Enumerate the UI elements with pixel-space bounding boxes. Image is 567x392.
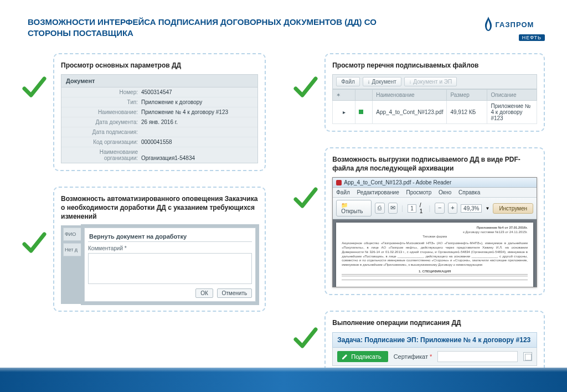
footer-bar xyxy=(0,368,567,392)
panel-caption: Выполнение операции подписания ДД xyxy=(332,318,537,327)
check-icon xyxy=(293,326,318,350)
cert-label: Сертификат * xyxy=(394,353,432,360)
check-icon xyxy=(293,186,318,210)
check-icon xyxy=(293,75,318,100)
brand-name: ГАЗПРОМ xyxy=(495,20,534,29)
status-icon xyxy=(359,110,363,114)
files-table: ✶ Наименование Размер Описание ▸ App_4_t… xyxy=(332,89,537,124)
window-titlebar: App_4_to_Cont_N#123.pdf - Adobe Reader xyxy=(333,178,537,188)
files-toolbar: Файл ↓ Документ ↓ Документ и ЭП xyxy=(332,74,537,89)
menu-view[interactable]: Просмотр xyxy=(406,189,432,195)
page-input[interactable]: 1 xyxy=(408,204,416,213)
zoom-out-icon[interactable]: − xyxy=(435,203,444,214)
tab-file[interactable]: Файл xyxy=(336,77,360,86)
table-row[interactable]: ▸ App_4_to_Cont_N#123.pdf 49,912 КБ Прил… xyxy=(333,100,537,123)
menu-help[interactable]: Справка xyxy=(458,189,480,195)
copy-icon[interactable] xyxy=(523,352,532,361)
pdf-reader-window: App_4_to_Cont_N#123.pdf - Adobe Reader Ф… xyxy=(332,177,537,287)
panel-pdf-export: Возможность выгрузки подписываемого ДД в… xyxy=(324,147,545,296)
check-icon xyxy=(22,231,47,255)
zoom-in-icon[interactable]: + xyxy=(448,203,457,214)
pdf-toolbar: Открыть ⎙ ✉ │ 1 / 1 │ − + 49,3% ▼ Инстру… xyxy=(333,198,537,219)
panel-caption: Просмотр основных параметров ДД xyxy=(61,61,258,70)
panel-caption: Просмотр перечня подписываемых файлов xyxy=(332,61,537,70)
pen-icon xyxy=(342,353,348,360)
brand-logo: ГАЗПРОМ НЕФТЬ xyxy=(484,17,545,41)
doc-params-widget: Документ Номер:4500314547 Тип:Приложение… xyxy=(61,74,258,163)
panel-rework: Возможность автоматизированного оповещен… xyxy=(53,187,266,312)
panel-caption: Возможность выгрузки подписываемого ДД в… xyxy=(332,155,537,173)
sign-button[interactable]: Подписать xyxy=(337,351,388,362)
panel-doc-params: Просмотр основных параметров ДД Документ… xyxy=(53,53,266,171)
menu-bar: Файл Редактирование Просмотр Окно Справк… xyxy=(333,188,537,198)
comment-label: Комментарий * xyxy=(88,245,252,251)
panel-caption: Возможность автоматизированного оповещен… xyxy=(61,194,258,221)
tools-button[interactable]: Инструмен xyxy=(493,203,533,214)
task-header: Задача: Подписание ЭП: Приложение № 4 к … xyxy=(332,332,537,348)
pdf-page: Приложение №4 от 27.01.2016г. к Договору… xyxy=(336,223,533,287)
zoom-input[interactable]: 49,3% xyxy=(461,204,482,213)
expand-icon[interactable]: ✶ xyxy=(336,92,341,98)
cancel-button[interactable]: Отменить xyxy=(217,288,252,298)
open-button[interactable]: Открыть xyxy=(336,200,372,216)
mail-icon[interactable]: ✉ xyxy=(388,203,398,214)
cert-input[interactable] xyxy=(437,351,518,362)
panel-sign: Выполнение операции подписания ДД Задача… xyxy=(324,311,545,373)
doc-section-header: Документ xyxy=(61,75,257,87)
tab-doc-sp[interactable]: ↓ Документ и ЭП xyxy=(404,77,457,86)
menu-window[interactable]: Окно xyxy=(439,189,451,195)
menu-edit[interactable]: Редактирование xyxy=(357,189,399,195)
comment-input[interactable] xyxy=(88,253,252,284)
ok-button[interactable]: ОК xyxy=(195,288,213,298)
panel-files: Просмотр перечня подписываемых файлов Фа… xyxy=(324,53,545,132)
brand-sub: НЕФТЬ xyxy=(519,34,545,41)
page-title: ВОЗМОЖНОСТИ ИНТЕРФЕЙСА ПОДПИСАНИЯ ДОГОВО… xyxy=(28,17,415,39)
menu-file[interactable]: Файл xyxy=(336,189,350,195)
print-icon[interactable]: ⎙ xyxy=(375,203,384,214)
check-icon xyxy=(22,75,47,100)
dialog-title: Вернуть документ на доработку xyxy=(88,231,252,242)
pdf-icon xyxy=(336,180,342,185)
tab-doc[interactable]: ↓ Документ xyxy=(363,77,401,86)
flame-icon xyxy=(484,17,493,31)
